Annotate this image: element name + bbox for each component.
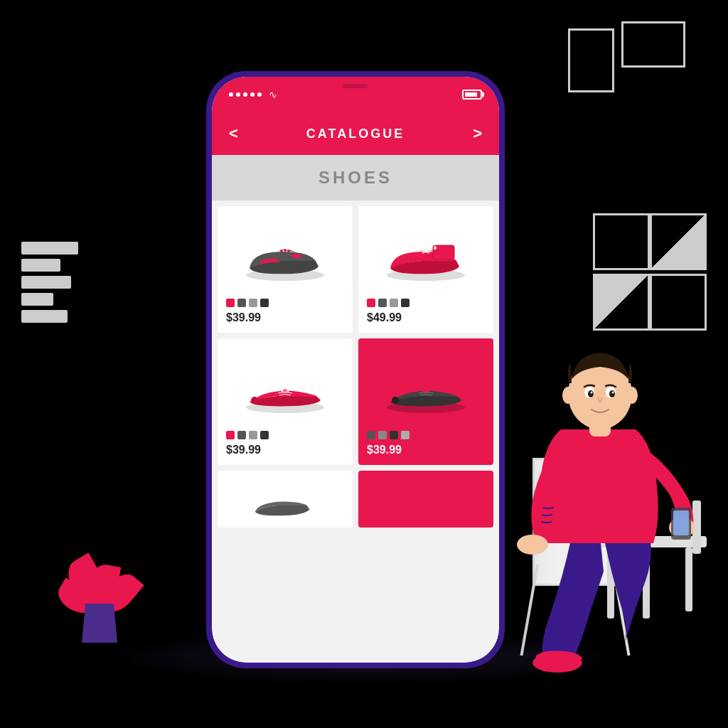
battery-icon [462, 90, 482, 100]
product-card-5[interactable] [218, 471, 353, 528]
battery-fill [465, 92, 477, 97]
swatch-red-3 [226, 431, 235, 439]
signal-dot-5 [257, 92, 262, 97]
swatch-d2 [378, 431, 387, 439]
swatch-grey-1 [249, 299, 257, 307]
svg-point-10 [283, 389, 287, 393]
price-1: $39.99 [226, 311, 261, 324]
brick-1 [21, 242, 78, 255]
swatch-dark-1 [237, 299, 246, 307]
status-dots: ∿ [229, 89, 277, 100]
swatch-black-3 [260, 431, 269, 439]
deco-bricks [21, 242, 78, 327]
plant-pot [82, 604, 117, 643]
svg-point-23 [517, 535, 548, 555]
person-illustration [429, 230, 728, 685]
swatch-d1 [367, 431, 375, 439]
svg-point-31 [612, 392, 614, 394]
shoe-svg-5 [250, 479, 321, 522]
status-bar: ∿ [212, 77, 499, 112]
nav-bar: < CATALOGUE > [212, 112, 499, 155]
svg-point-13 [424, 389, 428, 393]
color-swatches-4 [367, 431, 410, 439]
shoe-svg-3 [239, 358, 331, 414]
swatch-d4 [401, 431, 410, 439]
svg-rect-22 [673, 510, 689, 535]
nav-title: CATALOGUE [306, 127, 405, 141]
nav-prev-button[interactable]: < [229, 124, 238, 143]
color-swatches-1 [226, 299, 269, 307]
svg-point-3 [287, 250, 290, 252]
brick-5 [21, 310, 68, 323]
svg-point-9 [251, 397, 258, 404]
price-2: $49.99 [367, 311, 402, 324]
svg-point-33 [626, 387, 638, 404]
brick-2 [21, 259, 60, 272]
signal-dot-1 [229, 92, 233, 97]
price-3: $39.99 [226, 444, 261, 456]
svg-point-12 [392, 397, 399, 404]
signal-dot-2 [236, 92, 240, 97]
swatch-grey-2 [390, 299, 398, 307]
product-image-1 [226, 215, 344, 293]
product-image-5 [226, 479, 344, 522]
swatch-black-1 [260, 299, 269, 307]
nav-next-button[interactable]: > [473, 124, 482, 143]
swatch-red-1 [226, 299, 235, 307]
swatch-red-2 [367, 299, 375, 307]
wifi-icon: ∿ [269, 89, 277, 100]
signal-dot-4 [250, 92, 255, 97]
color-swatches-3 [226, 431, 269, 439]
signal-dot-3 [243, 92, 247, 97]
swatch-dark-2 [378, 299, 387, 307]
category-title: SHOES [225, 168, 486, 188]
plant [57, 529, 142, 643]
swatch-dark-3 [237, 431, 246, 439]
shoe-svg-1 [239, 225, 331, 282]
brick-3 [21, 276, 71, 289]
category-header: SHOES [212, 155, 499, 200]
product-image-3 [226, 347, 344, 425]
svg-point-1 [280, 250, 283, 252]
product-card-1[interactable]: $39.99 [218, 206, 353, 333]
svg-point-30 [591, 392, 593, 394]
phone-notch [343, 84, 368, 88]
svg-point-32 [562, 387, 574, 404]
product-card-3[interactable]: $39.99 [218, 338, 353, 465]
swatch-d3 [390, 431, 398, 439]
color-swatches-2 [367, 299, 410, 307]
swatch-black-2 [401, 299, 410, 307]
deco-rect-1 [621, 21, 685, 68]
svg-rect-18 [685, 547, 692, 611]
brick-4 [21, 293, 53, 306]
price-4: $39.99 [367, 444, 402, 456]
svg-point-28 [588, 390, 594, 397]
swatch-grey-3 [249, 431, 257, 439]
svg-point-2 [284, 249, 287, 252]
svg-point-29 [609, 390, 615, 397]
deco-rect-2 [568, 28, 614, 92]
